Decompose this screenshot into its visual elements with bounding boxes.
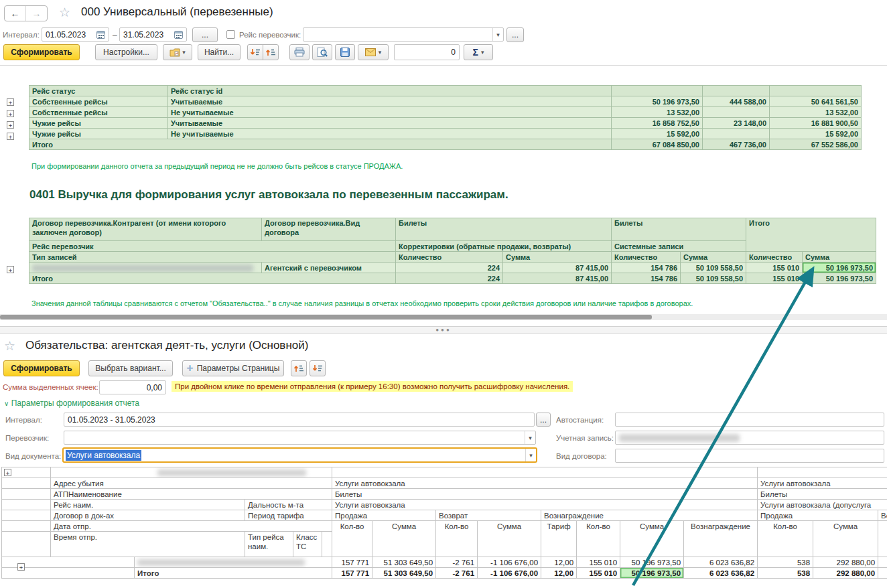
cell[interactable]: 87 415,00 bbox=[503, 273, 612, 284]
cell[interactable]: 155 010 bbox=[746, 263, 803, 273]
cell[interactable]: 6 023 636,82 bbox=[684, 568, 758, 579]
sort-ascending-icon[interactable] bbox=[291, 360, 307, 376]
col-header[interactable]: Тип рейса наим. bbox=[245, 532, 293, 557]
scrollbar-thumb[interactable] bbox=[0, 315, 652, 319]
cell[interactable]: 155 010 bbox=[577, 568, 620, 579]
forward-icon[interactable]: → bbox=[26, 6, 47, 21]
redacted-name-cell[interactable] bbox=[135, 557, 332, 568]
send-email-button[interactable]: ▾ bbox=[358, 44, 389, 60]
cell[interactable]: 538 bbox=[758, 557, 813, 568]
cell[interactable]: 51 303 649,50 bbox=[372, 557, 436, 568]
chevron-down-icon[interactable]: ▾ bbox=[525, 431, 535, 444]
interval-param-value[interactable]: 01.05.2023 - 31.05.2023 bbox=[68, 415, 531, 425]
cell[interactable]: Собственные рейсы bbox=[29, 96, 168, 107]
redacted-group-cell[interactable] bbox=[51, 467, 332, 478]
nav-buttons[interactable]: ← → bbox=[4, 5, 48, 21]
cell[interactable]: 16 881 900,50 bbox=[770, 118, 862, 129]
col-group-header[interactable]: Продажа bbox=[758, 510, 878, 521]
expand-icon[interactable]: + bbox=[7, 133, 14, 140]
col-header[interactable] bbox=[612, 86, 703, 96]
col-header[interactable]: Класс ТС bbox=[293, 532, 322, 557]
col-header[interactable] bbox=[322, 532, 332, 557]
col-header[interactable]: Договор в док-ах bbox=[51, 510, 245, 521]
col-header[interactable]: Сумма bbox=[478, 521, 541, 557]
contract-type-param-field[interactable] bbox=[615, 449, 884, 463]
counter-field[interactable]: 0 bbox=[394, 44, 460, 60]
col-header[interactable]: Сумма bbox=[620, 521, 684, 557]
col-header[interactable]: Тип записей bbox=[29, 252, 396, 263]
col-header[interactable]: Рейс перевозчик bbox=[29, 241, 396, 252]
col-header[interactable]: Рейс статус bbox=[29, 86, 168, 96]
cell[interactable]: 157 771 bbox=[332, 557, 372, 568]
date-from-field[interactable]: 01.05.2023 bbox=[42, 27, 109, 42]
carrier-checkbox[interactable] bbox=[226, 30, 235, 39]
col-header[interactable]: Договор перевозчика.Контрагент (от имени… bbox=[29, 218, 262, 241]
expand-icon[interactable]: + bbox=[7, 266, 14, 273]
station-param-field[interactable] bbox=[615, 413, 884, 427]
col-header[interactable] bbox=[770, 86, 862, 96]
cell[interactable]: 154 786 bbox=[612, 273, 681, 284]
col-header[interactable]: Сумма bbox=[503, 252, 612, 263]
col-header[interactable]: Услуги автовокзала bbox=[332, 500, 758, 510]
cell[interactable]: 155 010 bbox=[746, 273, 803, 284]
col-header[interactable]: Дата отпр. bbox=[51, 521, 332, 532]
account-param-field[interactable] bbox=[615, 431, 884, 445]
col-header[interactable]: Итого bbox=[746, 218, 876, 252]
cell[interactable]: -2 761 bbox=[436, 568, 478, 579]
favorite-star-icon[interactable]: ☆ bbox=[59, 6, 70, 19]
page-params-button[interactable]: ✛ Параметры Страницы bbox=[182, 360, 284, 376]
col-header[interactable]: Корректировки (обратные продажи, возврат… bbox=[396, 241, 612, 252]
cell[interactable]: Не учитываемые bbox=[168, 129, 612, 139]
col-header[interactable]: Период тарифа bbox=[245, 510, 332, 521]
sum-sigma-button[interactable]: Σ ▾ bbox=[464, 44, 493, 60]
cell[interactable]: 292 880,00 bbox=[813, 568, 878, 579]
cell[interactable]: 50 641 561,50 bbox=[770, 96, 862, 107]
col-group-header[interactable]: Вознаграждение bbox=[541, 510, 758, 521]
cell[interactable]: Не учитываемые bbox=[168, 107, 612, 118]
cell[interactable]: 50 196 973,50 bbox=[620, 557, 684, 568]
sort-descending-icon[interactable] bbox=[310, 360, 326, 376]
carrier-combo[interactable]: ▾ bbox=[303, 27, 504, 42]
col-header[interactable] bbox=[703, 86, 770, 96]
report-variants-button[interactable]: ▾ bbox=[163, 44, 192, 60]
cell[interactable]: -1 106 676,00 bbox=[478, 568, 541, 579]
highlighted-sum-cell[interactable]: 50 196 973,50 bbox=[620, 568, 684, 579]
calendar-icon[interactable] bbox=[174, 30, 183, 39]
col-header[interactable]: Кол-во bbox=[332, 521, 372, 557]
cell[interactable]: 538 bbox=[758, 568, 813, 579]
col-header[interactable]: Сумма bbox=[803, 252, 876, 263]
col-header[interactable]: Билеты bbox=[396, 218, 612, 241]
favorite-star-icon[interactable]: ☆ bbox=[4, 340, 15, 353]
report-params-section[interactable]: ∨ Параметры формирования отчета bbox=[4, 398, 139, 408]
total-row-label[interactable]: Итого bbox=[29, 139, 612, 150]
cell[interactable]: Собственные рейсы bbox=[29, 107, 168, 118]
generate-button-top[interactable]: Сформировать bbox=[3, 44, 80, 60]
col-header[interactable]: Сумма bbox=[813, 521, 878, 557]
cell[interactable]: -2 761 bbox=[436, 557, 478, 568]
settings-button[interactable]: Настройки... bbox=[95, 44, 157, 60]
cell[interactable] bbox=[703, 129, 770, 139]
cell[interactable]: 12,00 bbox=[541, 568, 577, 579]
back-icon[interactable]: ← bbox=[5, 6, 25, 21]
find-button[interactable]: Найти... bbox=[198, 44, 241, 60]
cell[interactable]: Чужие рейсы bbox=[29, 129, 168, 139]
col-header[interactable]: Рейс статус id bbox=[168, 86, 612, 96]
col-header[interactable]: Адрес убытия bbox=[51, 478, 332, 489]
cell[interactable]: 87 415,00 bbox=[503, 263, 612, 273]
col-header[interactable]: АТПНаименование bbox=[51, 489, 332, 500]
cell[interactable]: 224 bbox=[396, 273, 503, 284]
cell[interactable] bbox=[878, 568, 887, 579]
col-header[interactable]: Тариф bbox=[541, 521, 577, 557]
cell[interactable]: 13 532,00 bbox=[612, 107, 703, 118]
col-group-header[interactable]: Возврат bbox=[878, 510, 887, 521]
col-header[interactable]: Количество bbox=[746, 252, 803, 263]
col-header[interactable]: Рейс наим. bbox=[51, 500, 245, 510]
date-to-value[interactable]: 31.05.2023 bbox=[123, 30, 174, 40]
expand-icon[interactable]: + bbox=[7, 121, 14, 129]
col-header[interactable]: Количество bbox=[396, 252, 503, 263]
chevron-down-icon[interactable]: ▾ bbox=[492, 28, 503, 41]
interval-more-button[interactable]: ... bbox=[536, 413, 551, 427]
col-group-header[interactable]: Возврат bbox=[436, 510, 541, 521]
total-row-label[interactable]: Итого bbox=[29, 273, 396, 284]
expand-icon[interactable]: + bbox=[7, 110, 14, 117]
